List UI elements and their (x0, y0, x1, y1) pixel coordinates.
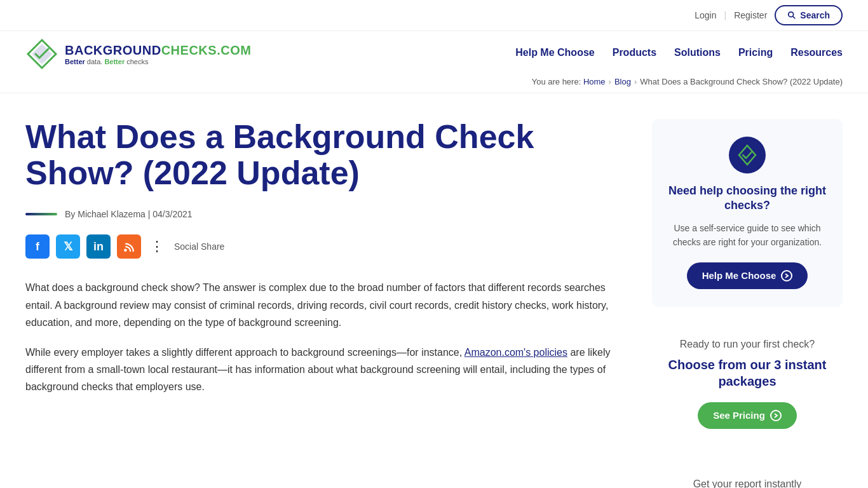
nav-solutions[interactable]: Solutions (674, 47, 721, 61)
sidebar-card-report: Get your report instantly (652, 459, 843, 488)
divider: | (724, 10, 727, 20)
social-share: f 𝕏 in ⋮ Social Share (25, 234, 627, 259)
svg-point-4 (124, 249, 127, 252)
breadcrumb-sep2: › (634, 77, 637, 86)
linkedin-share-button[interactable]: in (86, 234, 111, 259)
main-nav: Help Me Choose Products Solutions Pricin… (515, 47, 843, 61)
author-text: By Michael Klazema | 04/3/2021 (65, 209, 193, 219)
svg-marker-5 (739, 146, 756, 165)
nav-pricing[interactable]: Pricing (738, 47, 773, 61)
breadcrumb-prefix: You are here: (532, 77, 581, 86)
search-label: Search (800, 10, 830, 20)
card2-top: Ready to run your first check? (667, 337, 827, 351)
svg-point-6 (782, 271, 792, 281)
author-bar-decoration (25, 213, 57, 215)
nav-products[interactable]: Products (613, 47, 656, 61)
rss-icon (123, 241, 135, 252)
register-link[interactable]: Register (734, 10, 767, 20)
breadcrumb-current: What Does a Background Check Show? (2022… (640, 77, 843, 86)
article-para-2-prefix: While every employer takes a slightly di… (25, 347, 465, 358)
sidebar-card-pricing: Ready to run your first check? Choose fr… (652, 320, 843, 447)
sidebar-card-help: Need help choosing the right checks? Use… (652, 119, 843, 307)
breadcrumb-sep1: › (609, 77, 611, 86)
breadcrumb-blog[interactable]: Blog (614, 77, 631, 86)
diamond-icon (729, 137, 766, 173)
card1-title: Need help choosing the right checks? (667, 184, 827, 214)
arrow-icon-2 (770, 410, 782, 421)
article-area: What Does a Background Check Show? (2022… (25, 119, 627, 488)
article-para-1: What does a background check show? The a… (25, 279, 627, 331)
svg-line-1 (793, 17, 796, 19)
top-bar: Login | Register Search (0, 0, 868, 31)
arrow-icon (781, 270, 792, 281)
logo-icon (25, 37, 58, 71)
social-share-label: Social Share (174, 241, 224, 252)
help-me-choose-button[interactable]: Help Me Choose (687, 262, 808, 289)
article-body: What does a background check show? The a… (25, 279, 627, 395)
sidebar: Need help choosing the right checks? Use… (652, 119, 843, 488)
breadcrumb-home[interactable]: Home (583, 77, 606, 86)
main-content: What Does a Background Check Show? (2022… (0, 93, 868, 488)
search-button[interactable]: Search (775, 5, 843, 25)
article-title: What Does a Background Check Show? (2022… (25, 119, 627, 191)
diamond-svg (736, 144, 758, 166)
more-share-button[interactable]: ⋮ (147, 234, 165, 259)
svg-point-7 (771, 410, 781, 421)
login-link[interactable]: Login (695, 10, 716, 20)
see-pricing-button[interactable]: See Pricing (698, 402, 797, 429)
card-icon-wrapper (729, 137, 766, 173)
amazon-link[interactable]: Amazon.com's policies (465, 347, 567, 358)
rss-share-button[interactable] (117, 234, 141, 259)
author-line: By Michael Klazema | 04/3/2021 (25, 209, 627, 219)
card3-title: Get your report instantly (667, 477, 827, 488)
logo-text: BACKGROUNDCHECKS.COM (65, 43, 251, 58)
nav-help[interactable]: Help Me Choose (515, 47, 594, 61)
search-icon (787, 11, 796, 20)
logo[interactable]: BACKGROUNDCHECKS.COM Better data. Better… (25, 37, 251, 71)
logo-tagline: Better data. Better checks (65, 58, 251, 65)
nav-resources[interactable]: Resources (790, 47, 843, 61)
facebook-share-button[interactable]: f (25, 234, 50, 259)
card2-sub: Choose from our 3 instant packages (667, 356, 827, 390)
card1-desc: Use a self-service guide to see which ch… (667, 221, 827, 250)
article-para-2: While every employer takes a slightly di… (25, 344, 627, 396)
header: BACKGROUNDCHECKS.COM Better data. Better… (0, 31, 868, 71)
twitter-share-button[interactable]: 𝕏 (56, 234, 80, 259)
breadcrumb: You are here: Home › Blog › What Does a … (0, 71, 868, 93)
svg-point-0 (789, 12, 794, 17)
